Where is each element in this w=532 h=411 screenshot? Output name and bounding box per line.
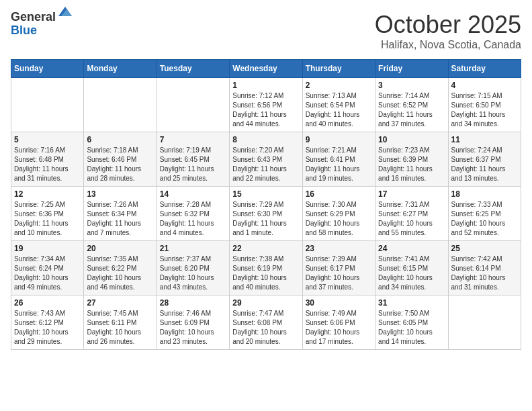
day-info: Sunrise: 7:34 AM Sunset: 6:24 PM Dayligh… <box>14 255 81 292</box>
day-number: 16 <box>306 189 372 199</box>
table-row: 20Sunrise: 7:35 AM Sunset: 6:22 PM Dayli… <box>84 241 157 295</box>
day-info: Sunrise: 7:46 AM Sunset: 6:09 PM Dayligh… <box>160 309 226 347</box>
table-row: 14Sunrise: 7:28 AM Sunset: 6:32 PM Dayli… <box>157 187 229 241</box>
header-thursday: Thursday <box>302 60 375 78</box>
table-row: 31Sunrise: 7:50 AM Sunset: 6:05 PM Dayli… <box>375 295 448 350</box>
table-row: 29Sunrise: 7:47 AM Sunset: 6:08 PM Dayli… <box>230 295 302 350</box>
table-row: 13Sunrise: 7:26 AM Sunset: 6:34 PM Dayli… <box>84 187 157 241</box>
day-info: Sunrise: 7:38 AM Sunset: 6:19 PM Dayligh… <box>232 255 299 292</box>
week-row-2: 12Sunrise: 7:25 AM Sunset: 6:36 PM Dayli… <box>11 187 521 241</box>
day-info: Sunrise: 7:19 AM Sunset: 6:45 PM Dayligh… <box>160 146 226 183</box>
table-row: 22Sunrise: 7:38 AM Sunset: 6:19 PM Dayli… <box>230 241 302 295</box>
table-row: 28Sunrise: 7:46 AM Sunset: 6:09 PM Dayli… <box>157 295 229 350</box>
table-row <box>11 78 84 132</box>
day-number: 19 <box>14 244 81 253</box>
day-number: 5 <box>14 135 81 144</box>
day-number: 23 <box>306 244 372 253</box>
day-info: Sunrise: 7:12 AM Sunset: 6:56 PM Dayligh… <box>232 91 299 129</box>
day-number: 3 <box>378 81 445 90</box>
day-number: 24 <box>378 244 445 253</box>
day-info: Sunrise: 7:15 AM Sunset: 6:50 PM Dayligh… <box>451 91 518 129</box>
day-info: Sunrise: 7:25 AM Sunset: 6:36 PM Dayligh… <box>14 200 81 238</box>
title-section: October 2025 Halifax, Nova Scotia, Canad… <box>375 11 521 51</box>
table-row: 2Sunrise: 7:13 AM Sunset: 6:54 PM Daylig… <box>302 78 375 132</box>
day-number: 9 <box>306 135 372 144</box>
logo-blue-text: Blue <box>11 24 56 38</box>
day-number: 13 <box>87 189 153 199</box>
table-row: 3Sunrise: 7:14 AM Sunset: 6:52 PM Daylig… <box>375 78 448 132</box>
day-info: Sunrise: 7:13 AM Sunset: 6:54 PM Dayligh… <box>306 91 372 129</box>
table-row <box>84 78 157 132</box>
day-number: 1 <box>232 81 299 90</box>
logo-general-text: General <box>11 11 56 24</box>
day-number: 26 <box>14 298 81 308</box>
table-row: 6Sunrise: 7:18 AM Sunset: 6:46 PM Daylig… <box>84 132 157 187</box>
header-friday: Friday <box>375 60 448 78</box>
day-info: Sunrise: 7:47 AM Sunset: 6:08 PM Dayligh… <box>232 309 299 347</box>
day-info: Sunrise: 7:50 AM Sunset: 6:05 PM Dayligh… <box>378 309 445 347</box>
week-row-0: 1Sunrise: 7:12 AM Sunset: 6:56 PM Daylig… <box>11 78 521 132</box>
calendar-header-row: Sunday Monday Tuesday Wednesday Thursday… <box>11 60 521 78</box>
day-info: Sunrise: 7:30 AM Sunset: 6:29 PM Dayligh… <box>306 200 372 238</box>
table-row: 7Sunrise: 7:19 AM Sunset: 6:45 PM Daylig… <box>157 132 229 187</box>
day-info: Sunrise: 7:14 AM Sunset: 6:52 PM Dayligh… <box>378 91 445 129</box>
day-info: Sunrise: 7:37 AM Sunset: 6:20 PM Dayligh… <box>160 255 226 292</box>
header-tuesday: Tuesday <box>157 60 229 78</box>
day-number: 4 <box>451 81 518 90</box>
week-row-4: 26Sunrise: 7:43 AM Sunset: 6:12 PM Dayli… <box>11 295 521 350</box>
day-number: 21 <box>160 244 226 253</box>
day-number: 18 <box>451 189 518 199</box>
table-row <box>448 295 521 350</box>
header-saturday: Saturday <box>448 60 521 78</box>
table-row: 12Sunrise: 7:25 AM Sunset: 6:36 PM Dayli… <box>11 187 84 241</box>
table-row: 17Sunrise: 7:31 AM Sunset: 6:27 PM Dayli… <box>375 187 448 241</box>
table-row: 8Sunrise: 7:20 AM Sunset: 6:43 PM Daylig… <box>230 132 302 187</box>
logo: General Blue <box>11 11 73 38</box>
day-info: Sunrise: 7:18 AM Sunset: 6:46 PM Dayligh… <box>87 146 153 183</box>
day-number: 7 <box>160 135 226 144</box>
table-row: 19Sunrise: 7:34 AM Sunset: 6:24 PM Dayli… <box>11 241 84 295</box>
table-row: 1Sunrise: 7:12 AM Sunset: 6:56 PM Daylig… <box>230 78 302 132</box>
day-number: 2 <box>306 81 372 90</box>
table-row: 27Sunrise: 7:45 AM Sunset: 6:11 PM Dayli… <box>84 295 157 350</box>
calendar-table: Sunday Monday Tuesday Wednesday Thursday… <box>11 59 521 350</box>
day-number: 17 <box>378 189 445 199</box>
table-row: 18Sunrise: 7:33 AM Sunset: 6:25 PM Dayli… <box>448 187 521 241</box>
day-number: 27 <box>87 298 153 308</box>
day-info: Sunrise: 7:43 AM Sunset: 6:12 PM Dayligh… <box>14 309 81 347</box>
day-info: Sunrise: 7:24 AM Sunset: 6:37 PM Dayligh… <box>451 146 518 183</box>
day-info: Sunrise: 7:26 AM Sunset: 6:34 PM Dayligh… <box>87 200 153 238</box>
month-title: October 2025 <box>375 11 521 39</box>
header-monday: Monday <box>84 60 157 78</box>
table-row: 11Sunrise: 7:24 AM Sunset: 6:37 PM Dayli… <box>448 132 521 187</box>
table-row: 9Sunrise: 7:21 AM Sunset: 6:41 PM Daylig… <box>302 132 375 187</box>
header-wednesday: Wednesday <box>230 60 302 78</box>
day-number: 22 <box>232 244 299 253</box>
day-info: Sunrise: 7:45 AM Sunset: 6:11 PM Dayligh… <box>87 309 153 347</box>
day-info: Sunrise: 7:28 AM Sunset: 6:32 PM Dayligh… <box>160 200 226 238</box>
day-info: Sunrise: 7:31 AM Sunset: 6:27 PM Dayligh… <box>378 200 445 238</box>
week-row-3: 19Sunrise: 7:34 AM Sunset: 6:24 PM Dayli… <box>11 241 521 295</box>
day-number: 8 <box>232 135 299 144</box>
table-row: 23Sunrise: 7:39 AM Sunset: 6:17 PM Dayli… <box>302 241 375 295</box>
day-number: 25 <box>451 244 518 253</box>
day-number: 11 <box>451 135 518 144</box>
header: General Blue October 2025 Halifax, Nova … <box>11 11 521 51</box>
day-number: 20 <box>87 244 153 253</box>
day-info: Sunrise: 7:16 AM Sunset: 6:48 PM Dayligh… <box>14 146 81 183</box>
day-info: Sunrise: 7:21 AM Sunset: 6:41 PM Dayligh… <box>306 146 372 183</box>
table-row: 21Sunrise: 7:37 AM Sunset: 6:20 PM Dayli… <box>157 241 229 295</box>
table-row: 16Sunrise: 7:30 AM Sunset: 6:29 PM Dayli… <box>302 187 375 241</box>
day-info: Sunrise: 7:35 AM Sunset: 6:22 PM Dayligh… <box>87 255 153 292</box>
day-info: Sunrise: 7:41 AM Sunset: 6:15 PM Dayligh… <box>378 255 445 292</box>
day-info: Sunrise: 7:33 AM Sunset: 6:25 PM Dayligh… <box>451 200 518 238</box>
table-row: 24Sunrise: 7:41 AM Sunset: 6:15 PM Dayli… <box>375 241 448 295</box>
day-number: 29 <box>232 298 299 308</box>
day-info: Sunrise: 7:29 AM Sunset: 6:30 PM Dayligh… <box>232 200 299 238</box>
logo-icon <box>57 4 73 20</box>
day-info: Sunrise: 7:20 AM Sunset: 6:43 PM Dayligh… <box>232 146 299 183</box>
day-info: Sunrise: 7:23 AM Sunset: 6:39 PM Dayligh… <box>378 146 445 183</box>
day-number: 30 <box>306 298 372 308</box>
day-number: 31 <box>378 298 445 308</box>
table-row: 10Sunrise: 7:23 AM Sunset: 6:39 PM Dayli… <box>375 132 448 187</box>
